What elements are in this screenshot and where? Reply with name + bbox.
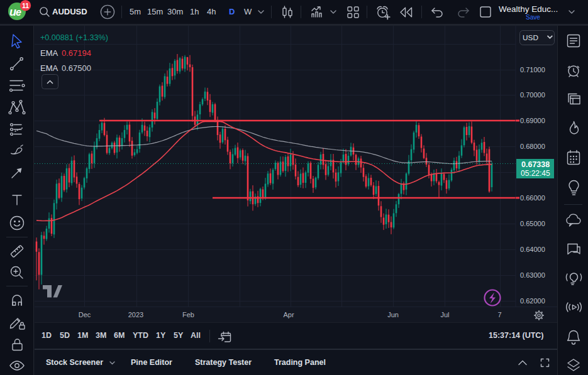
svg-text:0.68000: 0.68000 [520, 143, 545, 150]
svg-text:0.70000: 0.70000 [520, 91, 545, 99]
svg-text:05:22:45: 05:22:45 [521, 169, 550, 178]
svg-text:0.67500: 0.67500 [62, 63, 91, 73]
svg-text:Apr: Apr [283, 311, 294, 318]
svg-text:0.66000: 0.66000 [520, 194, 545, 202]
svg-text:11: 11 [22, 2, 29, 9]
svg-text:0.64000: 0.64000 [520, 246, 545, 253]
svg-text:0.67338: 0.67338 [521, 160, 550, 169]
svg-text:+0.00881 (+1.33%): +0.00881 (+1.33%) [40, 33, 108, 42]
svg-text:EMA: EMA [40, 48, 58, 58]
svg-text:7: 7 [497, 311, 501, 318]
svg-text:2023: 2023 [128, 311, 143, 318]
svg-text:Dec: Dec [79, 311, 91, 318]
svg-text:0.63000: 0.63000 [520, 271, 545, 279]
svg-text:0.67194: 0.67194 [62, 48, 91, 58]
svg-text:Jun: Jun [387, 311, 399, 318]
svg-text:EMA: EMA [40, 63, 58, 73]
svg-text:0.69000: 0.69000 [520, 117, 545, 124]
svg-text:0.71000: 0.71000 [520, 66, 545, 73]
svg-text:Jul: Jul [440, 311, 449, 318]
svg-text:0.65000: 0.65000 [520, 220, 545, 227]
svg-text:USD: USD [523, 33, 538, 42]
svg-text:Feb: Feb [182, 311, 194, 318]
svg-text:0.62000: 0.62000 [520, 297, 545, 305]
